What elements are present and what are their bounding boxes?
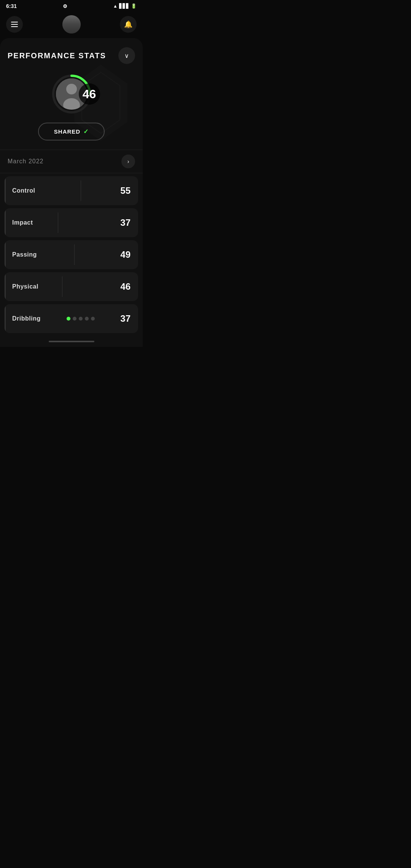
month-label: March 2022 [8,158,44,165]
stat-row[interactable]: Physical 46 [5,272,138,301]
battery-icon: 🔋 [131,3,137,9]
gear-icon: ⚙ [63,3,67,9]
stat-value: 55 [120,185,131,196]
stat-row[interactable]: Control 55 [5,176,138,205]
stat-value: 37 [120,313,131,324]
stat-row[interactable]: Passing 49 [5,240,138,269]
stat-name: Physical [12,283,38,290]
dot-2 [73,317,76,321]
stat-divider [62,276,62,297]
notification-button[interactable]: 🔔 [120,16,137,33]
status-time: 6:31 [6,3,17,9]
stat-name: Impact [12,219,33,226]
chevron-right-icon: › [127,158,129,164]
top-nav: 🔔 [0,12,143,37]
stat-row[interactable]: Impact 37 [5,208,138,237]
svg-point-3 [66,84,77,94]
stat-divider [58,212,58,233]
page-title: PERFORMANCE STATS [8,51,106,60]
chevron-down-icon: ∨ [124,52,129,59]
score-ring: 46 [51,73,92,115]
stat-divider [81,180,81,201]
hamburger-line-2 [11,24,18,25]
score-section: 46 SHARED ✓ [0,70,143,150]
next-month-button[interactable]: › [121,155,135,168]
dot-3 [79,317,83,321]
hamburger-line-3 [11,26,18,27]
dot-5 [91,317,95,321]
check-icon: ✓ [83,128,89,135]
stat-value: 37 [120,217,131,228]
stat-value: 46 [120,281,131,292]
hamburger-line-1 [11,22,18,22]
avatar-image [62,15,81,34]
notification-icon: 🔔 [124,20,132,29]
status-bar: 6:31 ⚙ ▲ ▋▋▋ 🔋 [0,0,143,12]
stat-name: Passing [12,251,37,258]
stat-value: 49 [120,249,131,260]
collapse-button[interactable]: ∨ [118,47,135,64]
stat-dots [67,317,95,321]
shared-button[interactable]: SHARED ✓ [38,123,105,140]
bottom-indicator [49,341,94,342]
dot-4 [85,317,89,321]
signal-icon: ▋▋▋ [119,3,129,9]
stat-name: Control [12,187,35,194]
stat-row[interactable]: Dribbling 37 [5,304,138,333]
stat-name: Dribbling [12,315,41,322]
performance-card: PERFORMANCE STATS ∨ 46 [0,38,143,347]
wifi-icon: ▲ [113,3,118,9]
shared-label: SHARED [54,128,80,135]
card-header: PERFORMANCE STATS ∨ [0,38,143,70]
bottom-bar [0,336,143,347]
menu-button[interactable] [6,16,23,33]
avatar[interactable] [62,15,81,34]
dot-1 [67,317,70,321]
stats-list: Control 55 Impact 37 Passing 49 Physical… [0,173,143,336]
score-value: 46 [79,83,100,105]
month-nav: March 2022 › [0,150,143,173]
status-icons: ▲ ▋▋▋ 🔋 [113,3,137,9]
stat-divider [74,244,75,265]
